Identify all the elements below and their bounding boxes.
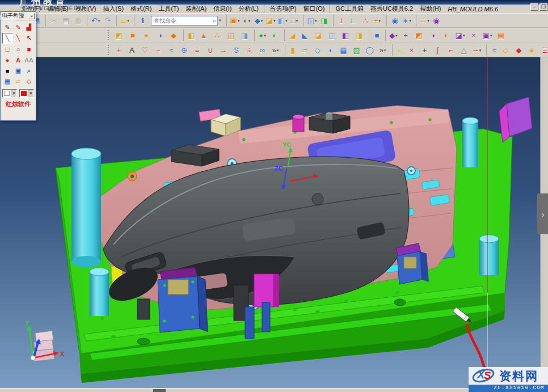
palette-tool-open-annotation[interactable]: ▱ bbox=[13, 76, 24, 87]
command-finder-input[interactable] bbox=[153, 17, 213, 24]
toolbar-button-helix[interactable]: S bbox=[230, 44, 243, 56]
menu-item-tools[interactable]: 工具(T) bbox=[155, 5, 182, 13]
line-color-select[interactable]: ▼ bbox=[2, 89, 17, 98]
toolbar-button-overflow-more[interactable]: » bbox=[269, 44, 282, 56]
toolbar-button-shell[interactable]: ◫ bbox=[325, 29, 339, 41]
toolbar-button-csys[interactable]: + bbox=[372, 15, 383, 26]
palette-tool-screen-draw[interactable]: ▣ bbox=[13, 65, 24, 76]
menu-item-edit[interactable]: 编辑(E) bbox=[44, 5, 72, 13]
menu-item-view[interactable]: 视图(V) bbox=[72, 5, 100, 13]
fill-color-select[interactable]: ▼ bbox=[19, 89, 34, 98]
menu-item-window[interactable]: 窗口(O) bbox=[300, 5, 328, 13]
palette-tool-freehand-line[interactable]: ╲ bbox=[2, 33, 13, 44]
toolbar-button-boolean-unite[interactable]: ● bbox=[254, 29, 268, 41]
toolbar-button-divide-curve[interactable]: ÷ bbox=[243, 44, 256, 56]
menu-item-insert[interactable]: 插入(S) bbox=[99, 5, 127, 13]
menu-item-gc-toolbox[interactable]: GC工具箱 bbox=[330, 5, 367, 13]
toolbar-button-pattern-feature[interactable]: ∴ bbox=[210, 29, 224, 41]
toolbar-button-object-appearance[interactable]: ◉ bbox=[431, 15, 442, 26]
toolbar-button-sew[interactable]: Ξ bbox=[538, 44, 548, 56]
toolbar-button-bounded-plane[interactable]: ▱ bbox=[298, 44, 311, 56]
toolbar-button-text[interactable]: A bbox=[125, 44, 138, 56]
toolbar-button-paste[interactable]: ▥ bbox=[72, 15, 84, 26]
toolbar-button-pattern-grid[interactable]: ◫ bbox=[224, 29, 238, 41]
palette-tool-brush[interactable]: ▟ bbox=[24, 22, 35, 33]
palette-tool-blackboard[interactable]: ■ bbox=[2, 65, 13, 76]
palette-tool-arrow[interactable]: ↖ bbox=[24, 33, 35, 44]
toolbar-button-section-view[interactable]: ◪ bbox=[265, 15, 277, 26]
toolbar-button-pad[interactable]: ▲ bbox=[197, 29, 210, 41]
toolbar-button-n-sided-surface[interactable]: ◯ bbox=[363, 44, 376, 56]
toolbar-button-paste-face[interactable]: ▤ bbox=[494, 29, 508, 41]
toolbar-button-open-recent[interactable]: ▱ bbox=[116, 15, 131, 26]
toolbar-button-chamfer-curve[interactable]: △ bbox=[457, 44, 470, 56]
toolbar-button-emboss[interactable]: ◆ bbox=[167, 29, 180, 41]
palette-tool-magnifier[interactable]: ⌕ bbox=[24, 65, 35, 76]
palette-tool-marker[interactable]: ✎ bbox=[13, 22, 24, 33]
toolbar-button-tube[interactable]: ▮ bbox=[285, 44, 298, 56]
toolbar-button-overflow-more-2[interactable]: » bbox=[376, 44, 389, 56]
menu-item-help[interactable]: 帮助(H) bbox=[416, 5, 444, 13]
toolbar-button-x-form[interactable]: ◈ bbox=[525, 44, 538, 56]
toolbar-button-visualization[interactable]: ◉ bbox=[386, 15, 401, 26]
toolbar-drag-handle[interactable] bbox=[108, 30, 111, 40]
toolbar-button-fit-view[interactable]: ▣ bbox=[226, 15, 241, 26]
toolbar-button-point-set[interactable]: ∴ bbox=[360, 15, 372, 26]
menu-item-analysis[interactable]: 分析(L) bbox=[235, 5, 262, 13]
toolbar-button-point[interactable]: + bbox=[112, 44, 125, 56]
palette-tool-straight-line[interactable]: ╲ bbox=[13, 33, 24, 44]
toolbar-button-display-mode[interactable]: □ bbox=[289, 15, 301, 26]
toolbar-button-project-curve[interactable]: ≈ bbox=[165, 44, 178, 56]
toolbar-button-render-style[interactable]: ◐ bbox=[241, 15, 253, 26]
toolbar-button-offset-region[interactable]: ◩ bbox=[412, 29, 426, 41]
toolbar-button-thicken[interactable]: ■ bbox=[369, 29, 382, 41]
toolbar-drag-handle[interactable] bbox=[108, 45, 111, 55]
toolbar-button-redo[interactable]: ↷ bbox=[102, 15, 113, 26]
toolbar-button-delete-face[interactable]: × bbox=[467, 29, 480, 41]
toolbar-button-offset-surface[interactable]: ◇ bbox=[499, 44, 512, 56]
toolbar-button-four-point-surface[interactable]: ▨ bbox=[350, 44, 363, 56]
toolbar-button-ruled-surface[interactable]: ◇ bbox=[311, 44, 324, 56]
palette-tool-filled-rect[interactable]: ■ bbox=[24, 44, 35, 54]
toolbar-button-edge-blend[interactable]: ◢ bbox=[284, 29, 298, 41]
toolbar-button-face-blend[interactable]: ◣ bbox=[298, 29, 311, 41]
toolbar-button-isometric-view[interactable]: ◆ bbox=[253, 15, 265, 26]
toolbar-button-extrude[interactable]: ■ bbox=[126, 29, 140, 41]
toolbar-button-trim-body[interactable]: ◧ bbox=[339, 29, 352, 41]
toolbar-button-join-curve[interactable]: ⌐ bbox=[392, 44, 405, 56]
toolbar-button-smooth-spline[interactable]: ∼ bbox=[470, 44, 483, 56]
palette-tool-pen[interactable]: ✎ bbox=[2, 22, 13, 33]
toolbar-button-chamfer[interactable]: ◪ bbox=[311, 29, 325, 41]
toolbar-button-offset-curve[interactable]: ≡ bbox=[191, 44, 204, 56]
minimize-button[interactable]: – bbox=[530, 3, 538, 11]
menu-item-format[interactable]: 格式(R) bbox=[127, 5, 155, 13]
toolbar-button-pane-layout[interactable]: ◫ bbox=[303, 15, 318, 26]
toolbar-button-pull-face[interactable]: + bbox=[399, 29, 412, 41]
toolbar-button-corner-curve[interactable]: ⌐ bbox=[444, 44, 457, 56]
palette-tool-rectangle[interactable]: □ bbox=[2, 44, 13, 54]
palette-tool-save-annotation[interactable]: ▦ bbox=[2, 76, 13, 87]
toolbar-button-curve-length[interactable]: ∫ bbox=[431, 44, 444, 56]
restore-button[interactable]: ❐ bbox=[539, 3, 547, 11]
toolbar-button-extend-curve[interactable]: + bbox=[418, 44, 431, 56]
toolbar-button-studio-surface[interactable]: ≈ bbox=[486, 44, 499, 56]
menu-item-assembly[interactable]: 装配(A) bbox=[182, 5, 210, 13]
toolbar-button-mirror-feature[interactable]: ◨ bbox=[238, 29, 251, 41]
toolbar-button-resize-blend[interactable]: ◪ bbox=[453, 29, 467, 41]
command-finder-dropdown[interactable]: ▾ bbox=[219, 18, 221, 23]
toolbar-button-replace-face[interactable]: ◐ bbox=[440, 29, 453, 41]
toolbar-button-studio-spline[interactable]: ~ bbox=[151, 44, 165, 56]
expand-panel-tab[interactable]: › bbox=[537, 193, 548, 234]
toolbar-button-cut[interactable]: ✂ bbox=[45, 15, 60, 26]
toolbar-button-bridge-curve[interactable]: ∪ bbox=[204, 44, 217, 56]
toolbar-button-part-info-export[interactable]: ℹ bbox=[134, 15, 149, 26]
toolbar-button-boolean-subtract[interactable]: ◐ bbox=[268, 29, 281, 41]
toolbar-button-clip-section[interactable]: ◧ bbox=[277, 15, 289, 26]
palette-tool-text-aa[interactable]: AA bbox=[24, 54, 35, 65]
toolbar-button-revolve[interactable]: ● bbox=[140, 29, 153, 41]
menu-item-preferences[interactable]: 首选项(P) bbox=[264, 5, 300, 13]
toolbar-button-through-curve-mesh[interactable]: ▦ bbox=[337, 44, 350, 56]
menu-item-part-title[interactable]: HB_MOULD M6.6 bbox=[444, 6, 501, 12]
toolbar-button-undo[interactable]: ↶ bbox=[87, 15, 102, 26]
toolbar-button-section-curve[interactable]: ♡ bbox=[138, 44, 151, 56]
